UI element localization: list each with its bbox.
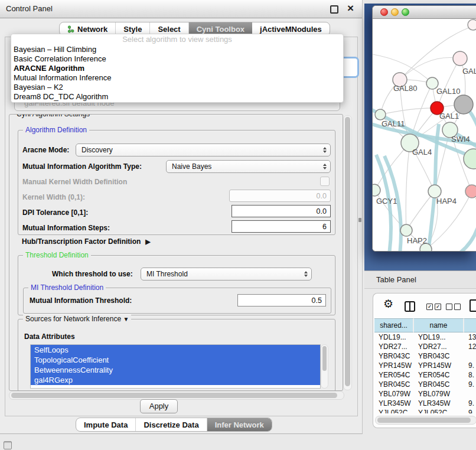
tab-label: Infer Network: [215, 420, 264, 429]
which-threshold-label: Which threshold to use:: [52, 270, 133, 278]
table-cell: YBR045C: [374, 380, 414, 389]
network-node[interactable]: [375, 109, 386, 120]
tab-infer-network[interactable]: Infer Network: [207, 418, 272, 431]
network-node[interactable]: [400, 224, 412, 236]
algorithm-item-aracne-algorithm[interactable]: ARACNE Algorithm: [11, 64, 343, 73]
unchecked-checkbox-icon[interactable]: [446, 304, 452, 310]
tab-impute-data[interactable]: Impute Data: [76, 418, 136, 431]
tab-label: Network: [77, 25, 107, 34]
network-node[interactable]: [373, 184, 380, 196]
mi-algorithm-type-combo[interactable]: Naive Bayes: [166, 160, 331, 173]
scrollbar-thumb[interactable]: [11, 393, 337, 398]
table-row[interactable]: YJL052CYJL052C9.: [374, 408, 476, 413]
scrollbar-thumb[interactable]: [345, 117, 350, 386]
minimize-window-icon[interactable]: [391, 8, 399, 16]
attribute-item-betweennesscentrality[interactable]: BetweennessCentrality: [31, 365, 320, 375]
column-header-a[interactable]: A: [464, 318, 476, 332]
close-panel-icon[interactable]: ×: [347, 2, 354, 15]
network-tab-icon: [67, 25, 74, 33]
mi-threshold-definition-group: MI Threshold Definition Mutual Informati…: [23, 288, 331, 314]
table-row[interactable]: YDR27...YDR27...12: [374, 342, 476, 351]
sources-legend[interactable]: Sources for Network Inference ▼: [23, 315, 131, 323]
scrollbar-thumb[interactable]: [322, 346, 327, 371]
settings-hscrollbar[interactable]: [9, 391, 344, 400]
table-cell: YBL079W: [414, 389, 464, 399]
algorithm-item-bayesian-hill-climbing[interactable]: Bayesian – Hill Climbing: [11, 45, 343, 54]
tab-discretize-data[interactable]: Discretize Data: [136, 418, 207, 431]
mi-algorithm-type-value: Naive Bayes: [172, 162, 211, 171]
table-row[interactable]: YBR045CYBR045C9.: [374, 380, 476, 389]
expand-arrow-icon: ▶: [145, 238, 150, 246]
network-edge: [400, 58, 460, 80]
checked-checkbox-icon[interactable]: ✓: [426, 304, 433, 310]
data-attributes-list[interactable]: SelfLoopsTopologicalCoefficientBetweenne…: [30, 344, 321, 389]
minimized-panel-icon[interactable]: [4, 441, 12, 449]
table-panel: ⚙ ✓ ✓ shared...nameA YDL19...YDL19...13Y…: [373, 293, 476, 428]
node-label-gal80: GAL80: [393, 84, 417, 93]
table-row[interactable]: YER054CYER054C8.: [374, 370, 476, 380]
node-label-gal1: GAL1: [439, 112, 459, 120]
settings-scrollbar[interactable]: [343, 115, 352, 390]
column-header-name[interactable]: name: [414, 318, 464, 332]
table-cell: YPR145W: [414, 361, 464, 370]
table-header-row: shared...nameA: [374, 318, 476, 332]
aracne-mode-combo[interactable]: Discovery: [76, 144, 331, 156]
close-window-icon[interactable]: [380, 8, 388, 16]
stepper-icon: [304, 271, 308, 277]
table-row[interactable]: YBL079WYBL079W: [374, 389, 476, 399]
threshold-definition-legend: Threshold Definition: [23, 251, 91, 259]
network-node[interactable]: [465, 185, 476, 198]
hub-definition-toggle[interactable]: Hub/Transcription Factor Definition▶: [22, 237, 151, 246]
attribute-item-selfloops[interactable]: SelfLoops: [31, 345, 320, 355]
checked-checkbox-icon[interactable]: ✓: [435, 304, 441, 310]
mi-threshold-field[interactable]: 0.5: [237, 294, 326, 306]
columns-icon[interactable]: [405, 301, 415, 312]
attribute-item-gal4rgexp[interactable]: gal4RGexp: [31, 375, 320, 385]
unchecked-checkbox-icon[interactable]: [454, 304, 461, 310]
network-canvas[interactable]: GALGAL80GAL10GAL11GAL1SWI4GAL4GCY1HAP4YH…: [373, 19, 476, 251]
network-edge: [406, 143, 410, 230]
kernel-width-field[interactable]: 0.0: [229, 190, 331, 202]
table-cell: YLR345W: [374, 399, 414, 408]
network-node[interactable]: [428, 185, 441, 198]
table-row[interactable]: YPR145WYPR145W9.: [374, 361, 476, 370]
dpi-tolerance-field[interactable]: 0.0: [232, 205, 331, 217]
table-row[interactable]: YLR345WYLR345W9.: [374, 399, 476, 408]
table-cell: 8.: [464, 370, 476, 380]
scrollbar-thumb[interactable]: [377, 418, 471, 423]
threshold-definition-group: Threshold Definition Which threshold to …: [18, 255, 335, 315]
gear-icon[interactable]: ⚙: [383, 297, 393, 311]
manual-kernel-width-checkbox[interactable]: [320, 177, 330, 186]
control-panel-window: Control Panel × NetworkStyleSelectCyni T…: [0, 0, 363, 434]
cyni-algorithm-settings-group: Cyni Algorithm Settings Algorithm Defini…: [9, 114, 343, 391]
attribute-item-topologicalcoefficient[interactable]: TopologicalCoefficient: [31, 355, 320, 365]
table-cell: 9.: [464, 361, 476, 370]
table-hscrollbar[interactable]: [375, 416, 476, 425]
algorithm-item-bayesian-k2[interactable]: Bayesian – K2: [11, 83, 343, 92]
algorithm-select-popup: Select algorithm to view settings Bayesi…: [11, 34, 344, 103]
table-cell: YER054C: [374, 370, 414, 380]
network-node[interactable]: [464, 149, 476, 169]
apply-button[interactable]: Apply: [140, 399, 178, 413]
network-node[interactable]: [453, 51, 467, 66]
algorithm-item-mutual-information-inference[interactable]: Mutual Information Inference: [11, 73, 343, 83]
attributes-list-scrollbar[interactable]: [321, 344, 328, 389]
hub-definition-label: Hub/Transcription Factor Definition: [22, 237, 141, 246]
algorithm-list: Bayesian – Hill ClimbingBasic Correlatio…: [11, 45, 343, 102]
algorithm-item-basic-correlation-inference[interactable]: Basic Correlation Inference: [11, 54, 343, 64]
float-panel-icon[interactable]: [330, 5, 338, 14]
algorithm-item-dream8-dc-tdc-algorithm[interactable]: Dream8 DC_TDC Algorithm: [11, 92, 343, 102]
screen: Control Panel × NetworkStyleSelectCyni T…: [0, 0, 476, 450]
which-threshold-combo[interactable]: MI Threshold: [141, 268, 312, 281]
column-header-shared[interactable]: shared...: [374, 318, 414, 332]
kernel-width-label: Kernel Width (0,1):: [22, 193, 85, 201]
table-row[interactable]: YBR043CYBR043C: [374, 351, 476, 361]
zoom-window-icon[interactable]: [402, 8, 409, 16]
dpi-tolerance-label: DPI Tolerance [0,1]:: [22, 208, 88, 217]
table-row[interactable]: YDL19...YDL19...13: [374, 332, 476, 342]
mi-steps-field[interactable]: 6: [232, 220, 331, 233]
network-node[interactable]: [468, 19, 476, 30]
panel-splitter-handle[interactable]: [358, 218, 361, 222]
table-cell: YER054C: [414, 370, 464, 380]
file-icon[interactable]: [470, 299, 476, 312]
